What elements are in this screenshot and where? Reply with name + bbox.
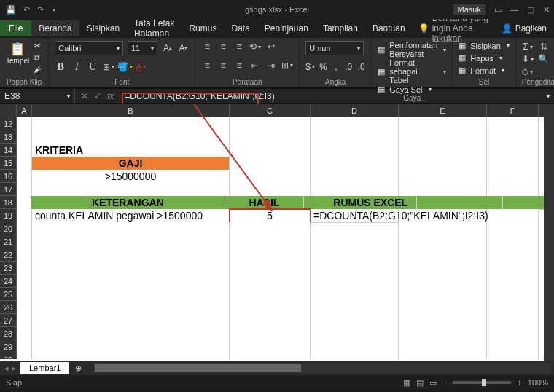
cell-d30[interactable]: [311, 353, 399, 359]
decrease-font-icon[interactable]: A▾: [178, 42, 190, 54]
row-header-30[interactable]: 30: [0, 353, 17, 359]
cell-b13[interactable]: [32, 130, 230, 144]
cell-c14[interactable]: [230, 144, 311, 157]
cell-c20[interactable]: [230, 222, 311, 236]
cell-f28[interactable]: [487, 327, 539, 341]
cell-e29[interactable]: [399, 340, 487, 354]
number-format-select[interactable]: Umum▾: [305, 41, 364, 55]
cell-d16[interactable]: [311, 170, 399, 184]
paste-icon[interactable]: 📋: [6, 41, 29, 57]
zoom-out-icon[interactable]: −: [442, 378, 447, 387]
cell-d24[interactable]: [311, 275, 399, 289]
cell-f25[interactable]: [487, 288, 539, 302]
row-header-19[interactable]: 19: [0, 209, 17, 222]
expand-formula-bar-icon[interactable]: ▾: [542, 93, 554, 100]
align-center-icon[interactable]: ≡: [217, 60, 229, 71]
align-right-icon[interactable]: ≡: [233, 60, 245, 71]
view-page-layout-icon[interactable]: ▤: [416, 378, 424, 388]
find-icon[interactable]: 🔍: [538, 53, 550, 65]
cell-f23[interactable]: [487, 262, 539, 275]
sheet-tab-lembar1[interactable]: Lembar1: [20, 362, 69, 374]
tab-tampilan[interactable]: Tampilan: [316, 20, 365, 36]
font-size-select[interactable]: 11▾: [128, 41, 157, 55]
cell-f29[interactable]: [487, 340, 539, 354]
cell-f13[interactable]: [487, 130, 539, 144]
row-header-18[interactable]: 18: [0, 196, 17, 209]
align-top-icon[interactable]: ≡: [201, 41, 213, 52]
cell-a19[interactable]: [17, 209, 32, 223]
row-header-15[interactable]: 15: [0, 157, 17, 170]
row-header-28[interactable]: 28: [0, 327, 17, 340]
cell-b12[interactable]: [32, 117, 230, 131]
cell-e18[interactable]: [417, 196, 504, 210]
cell-a12[interactable]: [17, 117, 32, 131]
clear-icon[interactable]: ◇▾: [522, 66, 534, 77]
decrease-indent-icon[interactable]: ⇤: [249, 60, 261, 71]
zoom-level[interactable]: 100%: [528, 378, 548, 387]
cell-f12[interactable]: [487, 117, 539, 131]
increase-indent-icon[interactable]: ⇥: [265, 60, 277, 71]
tab-peninjauan[interactable]: Peninjauan: [257, 20, 316, 36]
col-header-e[interactable]: E: [399, 104, 487, 117]
cell-f27[interactable]: [487, 314, 539, 328]
cell-d20[interactable]: [311, 222, 399, 236]
cell-f22[interactable]: [487, 248, 539, 262]
tab-rumus[interactable]: Rumus: [182, 20, 224, 36]
cell-c24[interactable]: [230, 275, 311, 289]
grid-rows[interactable]: 121314KRITERIA15GAJI16>150000001718KETER…: [0, 117, 554, 359]
cell-e30[interactable]: [399, 353, 487, 359]
cell-c25[interactable]: [230, 288, 311, 302]
cell-e25[interactable]: [399, 288, 487, 302]
percent-icon[interactable]: %: [319, 61, 327, 73]
cell-e24[interactable]: [399, 275, 487, 289]
tab-file[interactable]: File: [0, 20, 31, 36]
increase-font-icon[interactable]: A▴: [162, 42, 173, 54]
conditional-formatting-button[interactable]: ▦ Pemformatan Bersyarat ▾: [378, 41, 446, 58]
cell-a17[interactable]: [17, 183, 32, 197]
cell-c17[interactable]: [230, 183, 311, 197]
cell-d14[interactable]: [311, 144, 399, 157]
cell-b22[interactable]: [32, 248, 230, 262]
share-button[interactable]: 👤 Bagikan: [494, 20, 554, 36]
bold-button[interactable]: B: [55, 61, 66, 73]
cut-icon[interactable]: ✂: [34, 41, 42, 51]
cancel-formula-icon[interactable]: ✕: [81, 91, 88, 101]
fill-icon[interactable]: ⬇▾: [522, 53, 534, 65]
row-header-16[interactable]: 16: [0, 170, 17, 183]
fx-icon[interactable]: fx: [107, 91, 114, 101]
row-header-26[interactable]: 26: [0, 301, 17, 314]
cell-d25[interactable]: [311, 288, 399, 302]
cell-e20[interactable]: [399, 222, 487, 236]
cell-d29[interactable]: [311, 340, 399, 354]
cell-a25[interactable]: [17, 288, 32, 302]
cell-a21[interactable]: [17, 235, 32, 249]
sheet-nav-last-icon[interactable]: ▸: [12, 364, 16, 373]
wrap-text-icon[interactable]: ↩: [265, 41, 277, 52]
cell-d13[interactable]: [311, 130, 399, 144]
cell-c15[interactable]: [230, 157, 311, 170]
cell-a18[interactable]: [17, 196, 32, 210]
cell-d23[interactable]: [311, 262, 399, 275]
cell-d28[interactable]: [311, 327, 399, 341]
cell-b17[interactable]: [32, 183, 230, 197]
cell-c26[interactable]: [230, 301, 311, 315]
cell-a30[interactable]: [17, 353, 32, 359]
cell-f20[interactable]: [487, 222, 539, 236]
cell-a24[interactable]: [17, 275, 32, 289]
cell-b18[interactable]: KETERANGAN: [31, 196, 225, 210]
col-header-b[interactable]: B: [32, 104, 230, 117]
zoom-slider[interactable]: [453, 381, 511, 384]
cell-f14[interactable]: [487, 144, 539, 157]
cell-d27[interactable]: [311, 314, 399, 328]
cell-a23[interactable]: [17, 262, 32, 275]
cell-c18[interactable]: HASIL: [225, 196, 305, 210]
cell-b30[interactable]: [32, 353, 230, 359]
name-box[interactable]: E38▾: [0, 89, 75, 103]
cell-c19[interactable]: 5: [230, 209, 311, 223]
cell-d12[interactable]: [311, 117, 399, 131]
cell-b29[interactable]: [32, 340, 230, 354]
format-painter-icon[interactable]: 🖌: [34, 64, 42, 74]
copy-icon[interactable]: ⧉: [34, 52, 42, 63]
merge-button[interactable]: ⊞▾: [281, 60, 293, 71]
col-header-c[interactable]: C: [230, 104, 311, 117]
